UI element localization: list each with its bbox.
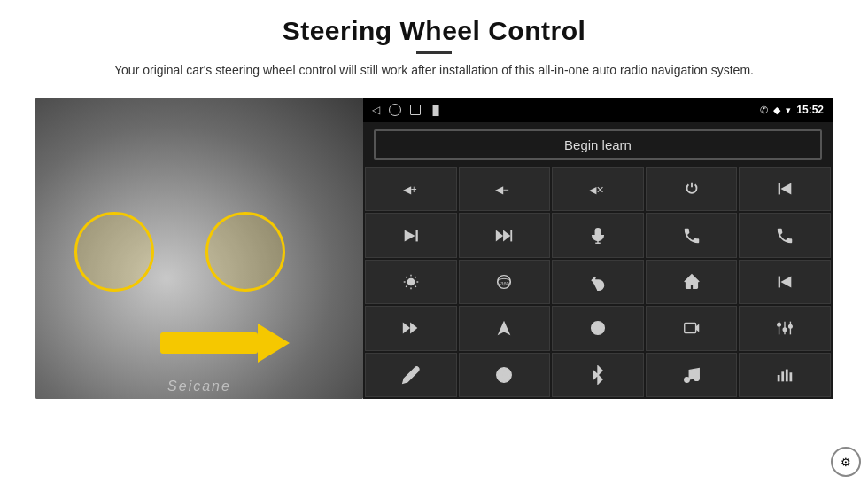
car-image: Seicane [35,98,363,399]
highlight-circle-right [205,212,285,292]
home-button[interactable] [646,260,738,304]
signal-icon: ▐▌ [430,105,442,115]
gps-status-icon: ◆ [773,105,780,116]
svg-rect-50 [790,372,793,381]
watermark-text: Seicane [167,379,231,394]
svg-line-18 [406,277,407,277]
vol-down-button[interactable]: ◀− [459,167,551,211]
equalizer-button[interactable] [739,306,831,350]
android-panel: ◁ ▐▌ ✆ ◆ ▾ 15:52 Begin learn [363,98,833,399]
page-container: Steering Wheel Control Your original car… [0,0,868,484]
phone-status-icon: ✆ [760,105,768,116]
svg-point-36 [778,324,781,327]
prev-track-button[interactable] [739,167,831,211]
bluetooth-button[interactable] [552,353,644,397]
navigate-button[interactable] [459,306,551,350]
skip-prev-button[interactable] [739,260,831,304]
svg-text:◀+: ◀+ [403,183,417,196]
music-button[interactable] [646,353,738,397]
record-button[interactable] [646,306,738,350]
svg-text:360°: 360° [501,281,511,286]
360-button[interactable]: 360° [459,260,551,304]
svg-rect-47 [778,375,780,381]
vol-up-button[interactable]: ◀+ [365,167,457,211]
svg-marker-8 [503,230,510,241]
svg-marker-4 [781,183,792,195]
svg-rect-9 [511,230,513,241]
arrow-shaft [160,332,258,354]
arrow-head [258,324,290,363]
mic-button[interactable] [552,213,644,257]
yellow-arrow [160,324,290,363]
swap-button[interactable] [552,306,644,350]
svg-line-21 [415,277,415,277]
page-title: Steering Wheel Control [114,16,754,46]
time-display: 15:52 [796,104,824,116]
brightness-button[interactable] [365,260,457,304]
svg-rect-25 [779,277,780,288]
highlight-circle-left [74,212,154,292]
controls-grid: ◀+ ◀− ◀✕ [363,167,833,399]
pencil-button[interactable] [365,353,457,397]
status-bar-left: ◁ ▐▌ [372,104,442,116]
svg-marker-7 [496,230,503,241]
vol-mute-button[interactable]: ◀✕ [552,167,644,211]
nav-back-icon[interactable]: ◁ [372,104,380,116]
nav-recent-icon [410,105,421,115]
page-subtitle: Your original car's steering wheel contr… [114,61,754,80]
begin-learn-section: Begin learn [363,122,833,167]
settings-icon[interactable]: ⚙ [831,447,861,477]
svg-marker-27 [403,323,410,334]
svg-rect-3 [779,183,780,195]
next-button[interactable] [365,213,457,257]
svg-rect-48 [782,371,785,381]
svg-point-13 [407,278,414,285]
svg-point-38 [789,325,793,329]
wifi-status-icon: ▾ [786,105,791,116]
svg-marker-28 [410,323,417,334]
page-wrapper: Steering Wheel Control Your original car… [0,0,868,484]
content-area: Seicane ◁ ▐▌ ✆ ◆ ▾ 15:52 [35,98,833,399]
svg-marker-29 [498,321,511,336]
settings-circle-button[interactable] [459,353,551,397]
begin-learn-button[interactable]: Begin learn [374,129,822,160]
svg-text:◀−: ◀− [495,183,509,196]
nav-home-icon [389,104,401,116]
svg-marker-5 [404,230,415,241]
title-divider [416,51,452,54]
title-section: Steering Wheel Control Your original car… [114,16,754,80]
svg-line-19 [415,286,415,287]
svg-marker-26 [781,277,792,288]
svg-point-46 [694,376,699,381]
back-button[interactable] [552,260,644,304]
skip-fwd-button[interactable] [459,213,551,257]
phone-answer-button[interactable] [646,213,738,257]
svg-rect-31 [684,324,695,333]
svg-point-45 [684,378,689,383]
svg-point-40 [502,372,508,378]
phone-end-button[interactable] [739,213,831,257]
status-bar: ◁ ▐▌ ✆ ◆ ▾ 15:52 [363,98,833,122]
svg-text:◀✕: ◀✕ [589,184,604,195]
svg-rect-49 [786,369,788,381]
status-bar-right: ✆ ◆ ▾ 15:52 [760,104,824,116]
svg-point-37 [783,328,787,332]
sound-bars-button[interactable] [739,353,831,397]
svg-line-20 [406,286,407,287]
power-button[interactable] [646,167,738,211]
fast-fwd-button[interactable] [365,306,457,350]
svg-rect-6 [415,230,417,241]
gear-icon: ⚙ [841,457,851,468]
